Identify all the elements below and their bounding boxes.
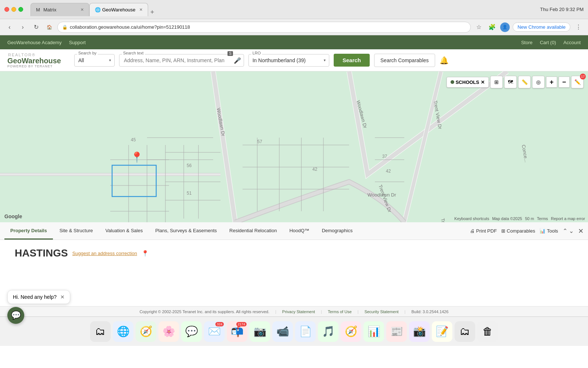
dock-mail2[interactable]: 📬 2174 — [227, 321, 247, 342]
gw-support-link[interactable]: Support — [69, 40, 86, 45]
tools-button[interactable]: 📊 Tools — [539, 228, 558, 234]
map-pin[interactable]: 📍 — [130, 151, 143, 163]
dock-photos[interactable]: 🌸 — [158, 321, 179, 342]
bookmark-button[interactable]: ☆ — [474, 22, 484, 32]
powered-by: POWERED BY TERANET — [7, 64, 53, 68]
gw-academy-link[interactable]: GeoWarehouse Academy — [7, 40, 62, 45]
close-window-button[interactable] — [4, 7, 9, 12]
dock-word[interactable]: 📄 — [295, 321, 316, 342]
schools-label: SCHOOLS — [456, 79, 479, 85]
dock-finder2[interactable]: 🗂 — [455, 321, 475, 342]
dock-screenshot[interactable]: 📸 — [409, 321, 430, 342]
navbar: ‹ › ↻ 🏠 🔒 collaboration.geowarehouse.ca/… — [0, 19, 588, 35]
tab-hoodq[interactable]: HoodQ™ — [283, 222, 315, 240]
logo-area: REALTOR® GeoWarehouse POWERED BY TERANET — [7, 53, 61, 68]
dock-finder[interactable]: 🗂 — [90, 321, 111, 342]
menu-button[interactable]: ⋮ — [573, 22, 584, 32]
measure-button[interactable]: 📏 — [518, 76, 531, 88]
traffic-lights[interactable] — [4, 7, 23, 12]
search-s-badge: S — [227, 51, 233, 56]
dock-chrome[interactable]: 🌐 — [113, 321, 133, 342]
tab-close-geowarehouse[interactable]: ✕ — [139, 7, 143, 12]
terms-link[interactable]: Terms of Use — [328, 309, 352, 314]
report-link[interactable]: Report a map error — [551, 216, 585, 221]
lro-container: LRO In Northumberland (39) — [248, 54, 329, 67]
suggest-address-link[interactable]: Suggest an address correction — [72, 251, 137, 256]
tab-close-matrix[interactable]: ✕ — [80, 7, 84, 12]
chat-icon: 💬 — [11, 311, 21, 320]
new-tab-button[interactable]: + — [150, 8, 154, 16]
tab-geowarehouse[interactable]: 🌐 GeoWarehouse ✕ — [89, 3, 148, 16]
svg-text:42: 42 — [312, 167, 318, 172]
dock-notes[interactable]: 📝 — [432, 321, 452, 342]
zoom-out-button[interactable]: − — [559, 77, 570, 88]
titlebar: M Matrix ✕ 🌐 GeoWarehouse ✕ + Thu Feb 20… — [0, 0, 588, 19]
gw-account-link[interactable]: Account — [563, 40, 581, 45]
tab-bar: M Matrix ✕ 🌐 GeoWarehouse ✕ + — [31, 3, 536, 16]
lro-label: LRO — [251, 51, 262, 55]
tab-property-details[interactable]: Property Details — [4, 222, 53, 240]
lro-select[interactable]: In Northumberland (39) — [248, 54, 329, 67]
chrome-update-label: New Chrome available — [517, 24, 566, 30]
copyright-bar: Copyright © 2002-2025 Teranet Inc. and i… — [0, 306, 588, 316]
search-comparables-button[interactable]: Search Comparables — [374, 54, 435, 67]
dock-news[interactable]: 📰 — [386, 321, 407, 342]
tab-label-geowarehouse: GeoWarehouse — [102, 7, 136, 13]
home-button[interactable]: 🏠 — [44, 22, 54, 32]
dock-mail-badge: 324 — [215, 322, 224, 326]
gw-cart-link[interactable]: Cart (0) — [540, 40, 556, 45]
search-by-select[interactable]: All — [74, 54, 115, 67]
chat-open-button[interactable]: 💬 — [7, 307, 24, 324]
print-pdf-button[interactable]: 🖨 Print PDF — [470, 228, 497, 234]
tab-residential-relocation[interactable]: Residential Relocation — [223, 222, 283, 240]
layers-button[interactable]: ⊞ — [490, 76, 503, 88]
dock-safari[interactable]: 🧭 — [136, 321, 156, 342]
tab-site-structure[interactable]: Site & Structure — [54, 222, 99, 240]
dock-mail[interactable]: ✉️ 324 — [204, 321, 225, 342]
tab-matrix[interactable]: M Matrix ✕ — [31, 3, 89, 16]
zoom-in-button[interactable]: + — [546, 77, 557, 88]
search-text-input[interactable] — [119, 54, 244, 67]
chat-close-button[interactable]: ✕ — [60, 294, 65, 300]
chrome-update-button[interactable]: New Chrome available — [513, 22, 570, 32]
reload-button[interactable]: ↻ — [31, 22, 41, 32]
extension-button[interactable]: 🧩 — [487, 22, 497, 32]
pencil-wrapper: ✏️ 17 — [571, 76, 584, 88]
dock-trash[interactable]: 🗑 — [477, 321, 498, 342]
dock-zoom[interactable]: 📹 — [272, 321, 293, 342]
search-by-container: Search by All — [74, 54, 115, 67]
dock-spotify[interactable]: 🎵 — [318, 321, 338, 342]
privacy-link[interactable]: Privacy Statement — [282, 309, 315, 314]
dock-excel[interactable]: 📊 — [363, 321, 384, 342]
gw-store-link[interactable]: Store — [521, 40, 533, 45]
mic-icon[interactable]: 🎤 — [234, 57, 241, 64]
back-button[interactable]: ‹ — [4, 22, 15, 32]
fullscreen-window-button[interactable] — [18, 7, 23, 12]
expand-icon: ⌃ ⌄ — [563, 227, 574, 234]
chat-greeting-text: Hi. Need any help? — [13, 294, 57, 300]
property-name: HASTINGS Suggest an address correction 📍 — [15, 247, 573, 259]
dock-browser2[interactable]: 🧭 — [341, 321, 361, 342]
address-bar[interactable]: 🔒 collaboration.geowarehouse.ca/ui/home?… — [57, 22, 471, 33]
fire-icon[interactable]: 🔔 — [440, 56, 449, 65]
location-button[interactable]: ◎ — [532, 76, 545, 88]
terms-link[interactable]: Terms — [537, 216, 548, 221]
security-link[interactable]: Security Statement — [365, 309, 399, 314]
tab-demographics[interactable]: Demographics — [316, 222, 359, 240]
dock-messages[interactable]: 💬 — [181, 321, 202, 342]
schools-button[interactable]: SCHOOLS ✕ — [447, 77, 489, 88]
comparables-button[interactable]: ⊞ Comparables — [501, 228, 535, 234]
map-view-button[interactable]: 🗺 — [504, 76, 517, 88]
profile-avatar[interactable]: 👤 — [500, 22, 510, 32]
tab-plans-surveys[interactable]: Plans, Surveys & Easements — [149, 222, 223, 240]
chat-bubble: Hi. Need any help? ✕ — [7, 290, 70, 304]
expand-tabs-button[interactable]: ⌃ ⌄ — [563, 227, 574, 234]
forward-button[interactable]: › — [18, 22, 28, 32]
tab-valuation-sales[interactable]: Valuation & Sales — [100, 222, 149, 240]
search-button[interactable]: Search — [334, 54, 370, 67]
schools-dot-icon — [451, 80, 454, 84]
close-property-button[interactable]: ✕ — [578, 227, 584, 235]
keyboard-shortcuts[interactable]: Keyboard shortcuts — [454, 216, 489, 221]
dock-facetime[interactable]: 📷 — [250, 321, 270, 342]
minimize-window-button[interactable] — [11, 7, 16, 12]
